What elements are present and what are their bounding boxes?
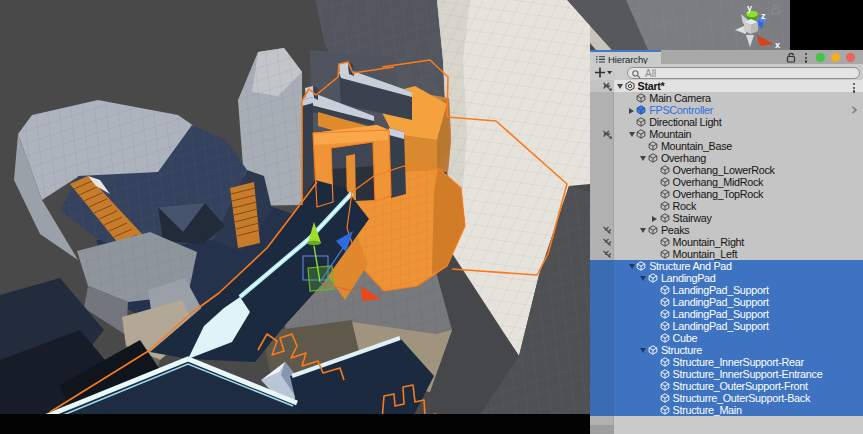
svg-text:z: z [761, 11, 766, 21]
svg-text:x: x [775, 40, 780, 50]
svg-text:y: y [747, 3, 752, 13]
